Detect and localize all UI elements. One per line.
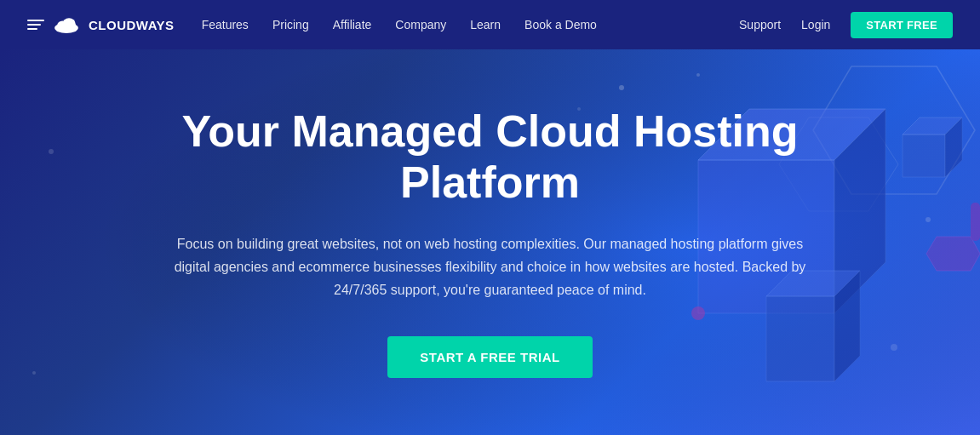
svg-point-2 — [62, 18, 75, 30]
svg-marker-18 — [903, 135, 945, 177]
navbar: CLOUDWAYS Features Pricing Affiliate Com… — [0, 0, 980, 49]
main-nav: Features Pricing Affiliate Company Learn… — [202, 18, 597, 31]
svg-point-8 — [891, 344, 897, 351]
svg-point-3 — [619, 85, 624, 90]
hero-subtitle: Focus on building great websites, not on… — [167, 232, 814, 302]
svg-marker-17 — [834, 271, 860, 381]
nav-support[interactable]: Support — [739, 18, 781, 31]
logo-text: CLOUDWAYS — [89, 18, 175, 32]
nav-features[interactable]: Features — [202, 18, 249, 31]
navbar-right: Support Login START FREE — [739, 12, 953, 38]
start-free-button[interactable]: START FREE — [851, 12, 953, 38]
navbar-left: CLOUDWAYS Features Pricing Affiliate Com… — [27, 16, 597, 33]
svg-marker-15 — [766, 296, 834, 381]
svg-point-4 — [696, 73, 700, 77]
svg-point-9 — [32, 371, 36, 375]
nav-learn[interactable]: Learn — [470, 18, 501, 31]
hero-title: Your Managed Cloud Hosting Platform — [107, 106, 874, 209]
svg-rect-22 — [971, 203, 980, 241]
svg-marker-19 — [903, 117, 962, 135]
nav-company[interactable]: Company — [395, 18, 446, 31]
svg-point-7 — [926, 217, 931, 222]
svg-marker-21 — [926, 237, 980, 271]
hamburger-menu-icon — [27, 20, 44, 30]
nav-pricing[interactable]: Pricing — [272, 18, 309, 31]
svg-point-6 — [49, 149, 54, 154]
svg-point-23 — [691, 306, 705, 320]
free-trial-button[interactable]: START A FREE TRIAL — [387, 336, 592, 378]
logo[interactable]: CLOUDWAYS — [27, 16, 175, 33]
hero-section: Your Managed Cloud Hosting Platform Focu… — [0, 49, 980, 435]
nav-login[interactable]: Login — [801, 18, 830, 31]
svg-marker-20 — [945, 117, 962, 177]
cloud-icon — [53, 16, 80, 33]
nav-book-demo[interactable]: Book a Demo — [524, 18, 597, 31]
nav-affiliate[interactable]: Affiliate — [333, 18, 372, 31]
